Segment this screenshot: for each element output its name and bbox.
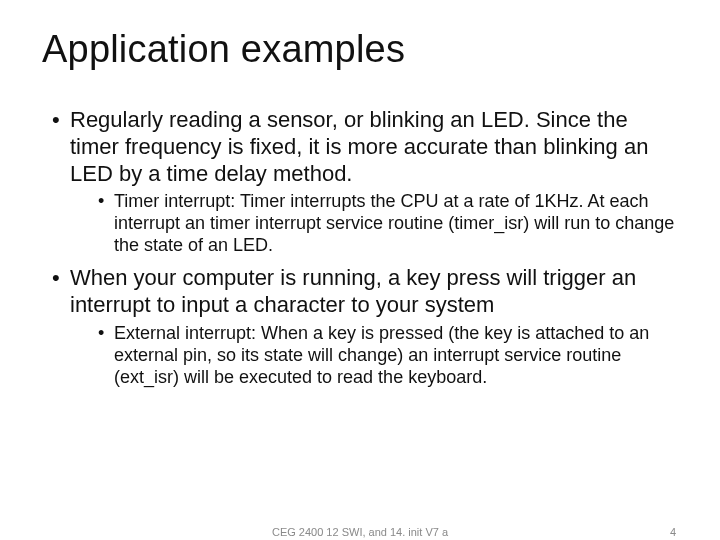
page-number: 4: [670, 526, 676, 538]
footer-text: CEG 2400 12 SWI, and 14. init V7 a: [272, 526, 448, 538]
list-item: When your computer is running, a key pre…: [52, 265, 678, 389]
slide-title: Application examples: [42, 28, 678, 71]
sub-list: External interrupt: When a key is presse…: [70, 323, 678, 389]
list-item: Timer interrupt: Timer interrupts the CP…: [98, 191, 678, 257]
bullet-text: When your computer is running, a key pre…: [70, 265, 636, 317]
list-item: Regularly reading a sensor, or blinking …: [52, 107, 678, 257]
bullet-text: External interrupt: When a key is presse…: [114, 323, 649, 387]
slide: Application examples Regularly reading a…: [0, 0, 720, 540]
list-item: External interrupt: When a key is presse…: [98, 323, 678, 389]
bullet-text: Timer interrupt: Timer interrupts the CP…: [114, 191, 674, 255]
bullet-text: Regularly reading a sensor, or blinking …: [70, 107, 648, 186]
bullet-list: Regularly reading a sensor, or blinking …: [42, 107, 678, 389]
sub-list: Timer interrupt: Timer interrupts the CP…: [70, 191, 678, 257]
